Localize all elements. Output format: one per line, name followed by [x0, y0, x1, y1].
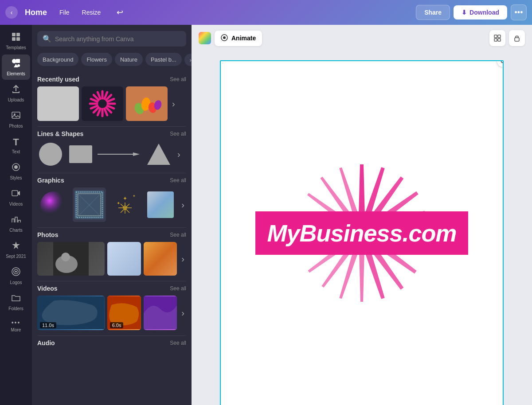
download-button[interactable]: ⬇ Download [454, 5, 507, 19]
download-icon: ⬇ [462, 9, 467, 16]
topbar-left: ‹ Home File Resize ↩ [5, 6, 127, 19]
design-canvas[interactable]: ↻ .ray-top { fill: #e91e8c; opacity: 0.8… [220, 60, 504, 405]
shape-rectangle[interactable] [67, 141, 94, 167]
recently-used-item-1[interactable] [37, 86, 79, 121]
charts-label: Charts [9, 228, 22, 233]
sidebar-item-videos[interactable]: Videos [2, 185, 30, 210]
recently-used-see-all[interactable]: See all [170, 76, 186, 82]
photos-icon [11, 110, 21, 122]
svg-rect-45 [74, 191, 104, 219]
main-layout: Templates Elements Uploads Photos T Text [0, 25, 532, 405]
photo-item-3[interactable] [144, 242, 177, 276]
videos-label: Videos [9, 202, 23, 206]
sidebar-item-templates[interactable]: Templates [2, 28, 30, 54]
sidebar-item-elements[interactable]: Elements [2, 55, 30, 80]
text-icon: T [13, 136, 19, 148]
photo-item-1[interactable] [37, 242, 105, 276]
elements-icon [11, 58, 21, 70]
videos-next-arrow[interactable]: › [180, 306, 186, 320]
sept2021-icon [11, 241, 21, 253]
graphics-next-arrow[interactable]: › [180, 198, 186, 212]
svg-marker-40 [133, 152, 140, 156]
text-banner[interactable]: MyBusiness.com [255, 211, 468, 255]
shapes-next-arrow[interactable]: › [176, 148, 182, 161]
shapes-row: › [37, 141, 186, 167]
photos-next-arrow[interactable]: › [180, 252, 186, 266]
chip-pastel[interactable]: Pastel b... [145, 53, 182, 66]
folders-label: Folders [8, 306, 23, 311]
sidebar-item-logos[interactable]: Logos [2, 263, 30, 288]
graphics-see-all[interactable]: See all [170, 177, 186, 183]
canvas-toolbar: Animate [192, 30, 532, 46]
shape-circle[interactable] [37, 141, 64, 167]
lock-tool-button[interactable] [509, 30, 525, 46]
more-options-button[interactable]: ••• [511, 4, 527, 20]
lines-shapes-section: Lines & Shapes See all [32, 127, 192, 173]
photo-item-2[interactable] [107, 242, 141, 276]
svg-marker-41 [147, 144, 170, 165]
lines-shapes-title: Lines & Shapes [37, 130, 83, 137]
search-input[interactable] [55, 35, 181, 43]
shape-triangle[interactable] [145, 141, 172, 167]
recently-used-next-arrow[interactable]: › [170, 97, 177, 111]
svg-text:✦: ✦ [123, 195, 127, 202]
svg-rect-8 [12, 112, 20, 118]
chip-nature[interactable]: Nature [115, 53, 143, 66]
audio-header: Audio See all [37, 339, 186, 347]
video-item-1[interactable]: 11.0s [37, 296, 105, 330]
svg-rect-0 [12, 33, 16, 36]
videos-icon [11, 188, 21, 200]
video-item-3[interactable] [144, 296, 177, 330]
sidebar-item-uploads[interactable]: Uploads [2, 81, 30, 106]
file-nav-item[interactable]: File [54, 6, 75, 19]
sidebar-item-more[interactable]: ••• More [2, 315, 30, 336]
sidebar-item-charts[interactable]: Charts [2, 211, 30, 236]
sidebar-item-sept2021[interactable]: Sept 2021 [2, 237, 30, 262]
graphic-item-4[interactable] [144, 187, 177, 222]
panel-content: Recently used See all [32, 70, 192, 405]
video-duration-2: 6.0s [110, 322, 124, 328]
sidebar-item-text[interactable]: T Text [2, 133, 30, 158]
lines-shapes-see-all[interactable]: See all [170, 131, 186, 137]
format-tool-button[interactable] [489, 30, 505, 46]
chip-more-button[interactable]: › [184, 54, 192, 66]
sidebar-item-photos[interactable]: Photos [2, 107, 30, 132]
photos-section: Photos See all › [32, 228, 192, 281]
more-icon: ••• [12, 319, 21, 326]
uploads-label: Uploads [8, 97, 24, 102]
audio-see-all[interactable]: See all [170, 340, 186, 346]
videos-see-all[interactable]: See all [170, 285, 186, 292]
charts-icon [11, 214, 21, 226]
chip-flowers[interactable]: Flowers [81, 53, 112, 66]
share-button[interactable]: Share [416, 5, 450, 20]
chip-background[interactable]: Background [37, 53, 78, 66]
templates-label: Templates [6, 45, 26, 50]
topbar: ‹ Home File Resize ↩ Share ⬇ Download ••… [0, 0, 532, 25]
shape-line[interactable] [98, 148, 142, 161]
back-button[interactable]: ‹ [5, 6, 18, 19]
graphic-item-3[interactable]: ✦ ✦ ✦ [109, 187, 141, 222]
animate-button[interactable]: Animate [215, 31, 262, 46]
styles-label: Styles [10, 175, 22, 180]
video-item-2[interactable]: 6.0s [107, 296, 141, 330]
sidebar-item-folders[interactable]: Folders [2, 289, 30, 315]
svg-point-16 [15, 271, 17, 273]
svg-rect-56 [147, 191, 174, 218]
svg-point-7 [17, 64, 20, 67]
gradient-color-icon[interactable] [199, 32, 211, 44]
recently-used-section: Recently used See all [32, 72, 192, 126]
sidebar-item-styles[interactable]: Styles [2, 159, 30, 184]
undo-button[interactable]: ↩ [113, 6, 127, 19]
recently-used-grid: › [37, 86, 186, 121]
videos-section: Videos See all 11.0s 6.0s › [32, 281, 192, 335]
elements-label: Elements [7, 71, 25, 76]
recently-used-title: Recently used [37, 76, 79, 83]
search-input-wrap: 🔍 [37, 31, 186, 47]
photos-see-all[interactable]: See all [170, 232, 186, 238]
graphic-item-1[interactable] [37, 187, 70, 222]
recently-used-item-2[interactable] [82, 86, 123, 121]
recently-used-item-3[interactable] [126, 86, 168, 121]
svg-rect-69 [515, 38, 519, 41]
graphic-item-2[interactable] [73, 187, 106, 222]
resize-nav-item[interactable]: Resize [77, 6, 106, 19]
